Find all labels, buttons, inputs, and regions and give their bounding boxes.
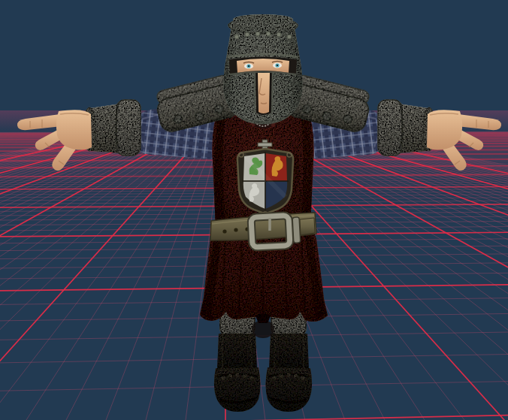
model-viewport[interactable]: [0, 0, 508, 420]
great-helm: [224, 14, 303, 125]
heraldic-crest: [237, 140, 293, 216]
stone-bracer: [83, 100, 141, 156]
knight-model: [17, 14, 501, 412]
